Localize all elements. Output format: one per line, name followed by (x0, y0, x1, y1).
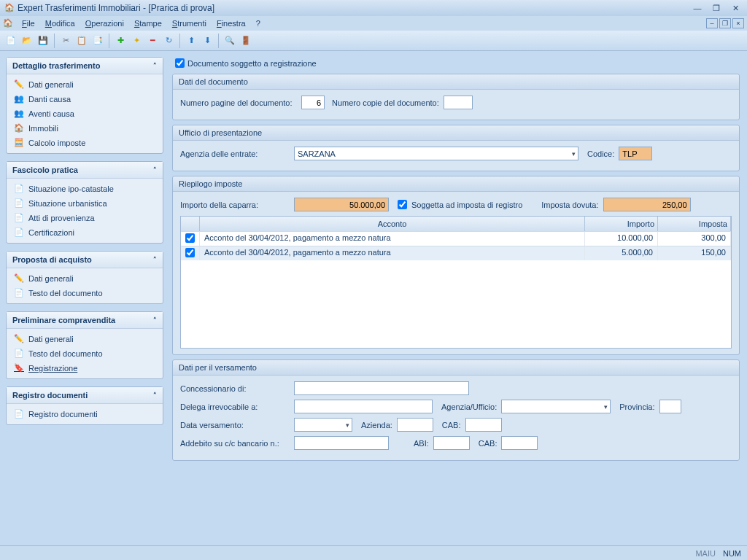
nav-item[interactable]: 👥Aventi causa (7, 106, 163, 121)
open-icon[interactable]: 📂 (20, 34, 34, 47)
acconti-grid[interactable]: Acconto Importo Imposta Acconto del 30/0… (180, 216, 732, 349)
nav-item[interactable]: 🔖Registrazione (7, 361, 163, 376)
provincia-input[interactable] (659, 400, 681, 413)
grid-col-check[interactable] (181, 217, 200, 231)
group-title: Ufficio di presentazione (173, 125, 739, 141)
separator (218, 34, 219, 48)
group-riepilogo: Riepilogo imposte Importo della caparra:… (172, 176, 740, 355)
copie-input[interactable] (444, 96, 473, 109)
nav-label: Danti causa (28, 95, 71, 104)
group-dati-documento: Dati del documento Numero pagine del doc… (172, 74, 740, 120)
down-icon[interactable]: ⬇ (201, 34, 214, 47)
nav-label: Dati generali (28, 80, 74, 89)
data-vers-combo[interactable] (294, 418, 352, 432)
menu-file[interactable]: File (18, 18, 39, 29)
maximize-button[interactable]: ❐ (709, 3, 724, 13)
addebito-input[interactable] (294, 436, 389, 450)
panel-header[interactable]: Preliminare compravendita˄ (7, 312, 163, 329)
paste-icon[interactable]: 📑 (91, 34, 104, 47)
codice-input[interactable] (619, 147, 652, 160)
doc-registration-checkbox[interactable] (175, 58, 185, 68)
sidebar: Dettaglio trasferimento˄✏️Dati generali👥… (0, 51, 169, 545)
nav-icon: 👥 (14, 109, 24, 119)
up-icon[interactable]: ⬆ (185, 34, 198, 47)
row-checkbox[interactable] (185, 248, 195, 257)
panel-header[interactable]: Fascicolo pratica˄ (7, 162, 163, 179)
nav-item[interactable]: 📄Certificazioni (7, 225, 163, 240)
delete-icon[interactable]: ━ (146, 34, 159, 47)
abi-label: ABI: (414, 439, 429, 448)
agenzia-uff-combo[interactable] (501, 400, 611, 413)
menu-operazioni[interactable]: Operazioni (81, 18, 128, 29)
cab1-input[interactable] (465, 418, 502, 432)
sidebar-panel: Registro documenti˄📄Registro documenti (6, 386, 163, 425)
chevron-up-icon: ˄ (153, 62, 157, 69)
copy-icon[interactable]: 📋 (75, 34, 88, 47)
table-row[interactable]: Acconto del 30/04/2012, pagamento a mezz… (181, 231, 731, 246)
mdi-minimize-button[interactable]: – (706, 18, 718, 28)
nav-item[interactable]: 📄Registro documenti (7, 407, 163, 421)
cut-icon[interactable]: ✂ (59, 34, 72, 47)
new-icon[interactable]: 📄 (4, 34, 18, 47)
save-icon[interactable]: 💾 (36, 34, 50, 47)
nav-icon: 🏠 (14, 123, 24, 133)
nav-item[interactable]: ✏️Dati generali (7, 332, 163, 346)
nav-item[interactable]: 📄Testo del documento (7, 346, 163, 361)
nav-item[interactable]: 📄Atti di provenienza (7, 211, 163, 225)
group-title: Riepilogo imposte (173, 176, 739, 192)
soggetta-checkbox[interactable] (398, 200, 407, 209)
add-icon[interactable]: ✚ (114, 34, 127, 47)
nav-item[interactable]: 📄Testo del documento (7, 286, 163, 300)
group-ufficio: Ufficio di presentazione Agenzia delle e… (172, 125, 740, 171)
toolbar: 📄 📂 💾 ✂ 📋 📑 ✚ ✦ ━ ↻ ⬆ ⬇ 🔍 🚪 (0, 31, 747, 51)
titlebar: 🏠 Expert Trasferimenti Immobiliari - [Pr… (0, 0, 747, 16)
grid-col-importo[interactable]: Importo (585, 217, 658, 231)
close-button[interactable]: ✕ (728, 3, 743, 13)
menu-strumenti[interactable]: Strumenti (168, 18, 211, 29)
menu-finestra[interactable]: Finestra (212, 18, 250, 29)
grid-col-acconto[interactable]: Acconto (200, 217, 585, 231)
menu-help[interactable]: ? (252, 18, 265, 29)
sidebar-panel: Fascicolo pratica˄📄Situazione ipo-catast… (6, 161, 163, 244)
cab2-input[interactable] (501, 436, 538, 450)
nav-item[interactable]: 📄Situazione urbanistica (7, 196, 163, 211)
abi-input[interactable] (433, 436, 470, 450)
data-vers-label: Data versamento: (180, 421, 290, 429)
filter-icon[interactable]: 🔍 (223, 34, 236, 47)
separator (179, 34, 180, 48)
panel-header[interactable]: Dettaglio trasferimento˄ (7, 58, 163, 74)
nav-label: Testo del documento (28, 289, 103, 298)
nav-item[interactable]: 📄Situazione ipo-catastale (7, 182, 163, 196)
nav-icon: ✏️ (14, 273, 24, 284)
grid-col-imposta[interactable]: Imposta (658, 217, 731, 231)
panel-header[interactable]: Proposta di acquisto˄ (7, 252, 163, 268)
menu-modifica[interactable]: Modifica (41, 18, 80, 29)
table-row[interactable]: Acconto del 30/04/2012, pagamento a mezz… (181, 246, 731, 260)
panel-header[interactable]: Registro documenti˄ (7, 387, 163, 404)
agenzia-label: Agenzia delle entrate: (180, 149, 290, 158)
exit-icon[interactable]: 🚪 (239, 34, 252, 47)
nav-item[interactable]: 🧮Calcolo imposte (7, 136, 163, 150)
delega-label: Delega irrevocabile a: (180, 402, 290, 411)
nav-item[interactable]: 🏠Immobili (7, 121, 163, 136)
pagine-input[interactable] (301, 96, 325, 109)
minimize-button[interactable]: — (690, 3, 705, 13)
row-checkbox[interactable] (185, 233, 195, 243)
refresh-icon[interactable]: ↻ (162, 34, 175, 47)
nav-icon: 📄 (14, 228, 24, 238)
menu-stampe[interactable]: Stampe (130, 18, 166, 29)
dovuta-input[interactable] (603, 198, 691, 211)
nav-label: Situazione ipo-catastale (28, 184, 114, 193)
caparra-input[interactable] (294, 198, 389, 211)
nav-item[interactable]: ✏️Dati generali (7, 77, 163, 92)
mdi-close-button[interactable]: × (732, 18, 744, 28)
star-icon[interactable]: ✦ (130, 34, 143, 47)
azienda-input[interactable] (397, 418, 433, 432)
agenzia-combo[interactable]: SARZANA (294, 147, 578, 160)
mdi-restore-button[interactable]: ❐ (719, 18, 731, 28)
concess-input[interactable] (294, 381, 469, 395)
nav-item[interactable]: 👥Danti causa (7, 92, 163, 106)
delega-input[interactable] (294, 400, 433, 413)
nav-icon: 📄 (14, 213, 24, 223)
nav-item[interactable]: ✏️Dati generali (7, 271, 163, 286)
